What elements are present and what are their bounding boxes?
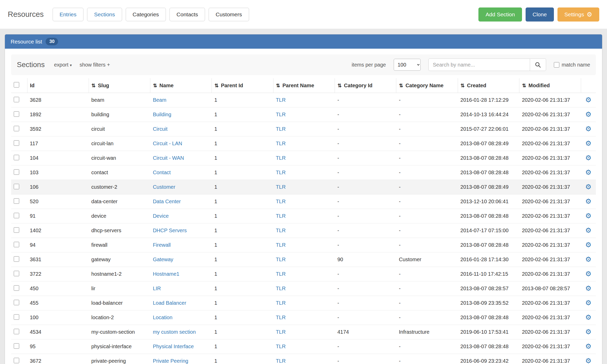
sort-icon[interactable]: ⇅ bbox=[153, 83, 157, 88]
cell-parent-name-link[interactable]: TLR bbox=[276, 358, 286, 364]
cell-parent-name-link[interactable]: TLR bbox=[276, 271, 286, 277]
cell-parent-name-link[interactable]: TLR bbox=[276, 257, 286, 262]
match-name-checkbox[interactable] bbox=[554, 62, 559, 68]
sort-icon[interactable]: ⇅ bbox=[337, 83, 342, 88]
sort-icon[interactable]: ⇅ bbox=[214, 83, 218, 88]
cell-name-link[interactable]: Hostname1 bbox=[153, 271, 179, 277]
row-checkbox[interactable] bbox=[14, 213, 19, 218]
row-checkbox[interactable] bbox=[14, 271, 19, 276]
row-checkbox[interactable] bbox=[14, 343, 19, 349]
select-all-checkbox[interactable] bbox=[14, 82, 19, 88]
row-settings-gear-icon[interactable]: ⚙ bbox=[585, 343, 591, 350]
row-checkbox[interactable] bbox=[14, 111, 19, 117]
cell-name-link[interactable]: Gateway bbox=[153, 257, 173, 262]
column-header-created[interactable]: ⇅Created bbox=[458, 78, 519, 93]
row-checkbox[interactable] bbox=[14, 300, 19, 305]
cell-name-link[interactable]: Customer bbox=[153, 184, 175, 190]
sort-icon[interactable]: ⇅ bbox=[91, 83, 96, 88]
cell-parent-name-link[interactable]: TLR bbox=[276, 300, 286, 306]
clone-button[interactable]: Clone bbox=[526, 8, 554, 21]
sort-icon[interactable]: ⇅ bbox=[522, 83, 526, 88]
cell-name-link[interactable]: Beam bbox=[153, 97, 166, 103]
cell-name-link[interactable]: DHCP Servers bbox=[153, 228, 187, 233]
cell-name-link[interactable]: Contact bbox=[153, 170, 171, 175]
cell-name-link[interactable]: Private Peering bbox=[153, 358, 188, 364]
tab-categories[interactable]: Categories bbox=[126, 8, 166, 21]
show-filters-toggle[interactable]: show filters + bbox=[80, 62, 110, 68]
export-dropdown[interactable]: export ▾ bbox=[54, 62, 72, 68]
cell-parent-name-link[interactable]: TLR bbox=[276, 242, 286, 248]
column-header-category-id[interactable]: ⇅Category Id bbox=[335, 78, 396, 93]
cell-parent-name-link[interactable]: TLR bbox=[276, 199, 286, 204]
row-settings-gear-icon[interactable]: ⚙ bbox=[585, 97, 591, 104]
cell-parent-name-link[interactable]: TLR bbox=[276, 213, 286, 219]
row-checkbox[interactable] bbox=[14, 126, 19, 131]
cell-name-link[interactable]: Building bbox=[153, 112, 171, 117]
sort-icon[interactable]: ⇅ bbox=[461, 83, 465, 88]
cell-name-link[interactable]: Physical Interface bbox=[153, 344, 194, 349]
search-button[interactable] bbox=[530, 59, 546, 71]
cell-parent-name-link[interactable]: TLR bbox=[276, 126, 286, 132]
sort-icon[interactable]: ⇅ bbox=[276, 83, 280, 88]
column-header-slug[interactable]: ⇅Slug bbox=[89, 78, 150, 93]
row-settings-gear-icon[interactable]: ⚙ bbox=[585, 227, 591, 234]
tab-customers[interactable]: Customers bbox=[209, 8, 249, 21]
cell-parent-name-link[interactable]: TLR bbox=[276, 112, 286, 117]
cell-name-link[interactable]: Load Balancer bbox=[153, 300, 186, 306]
cell-name-link[interactable]: LIR bbox=[153, 286, 161, 291]
cell-parent-name-link[interactable]: TLR bbox=[276, 141, 286, 146]
row-checkbox[interactable] bbox=[14, 358, 19, 363]
row-settings-gear-icon[interactable]: ⚙ bbox=[585, 358, 591, 364]
row-checkbox[interactable] bbox=[14, 242, 19, 247]
row-checkbox[interactable] bbox=[14, 198, 19, 204]
cell-parent-name-link[interactable]: TLR bbox=[276, 329, 286, 335]
cell-name-link[interactable]: Device bbox=[153, 213, 169, 219]
items-per-page-select[interactable]: 100 bbox=[394, 59, 421, 71]
row-checkbox[interactable] bbox=[14, 184, 19, 189]
row-settings-gear-icon[interactable]: ⚙ bbox=[585, 271, 591, 278]
row-settings-gear-icon[interactable]: ⚙ bbox=[585, 126, 591, 133]
row-checkbox[interactable] bbox=[14, 227, 19, 233]
tab-contacts[interactable]: Contacts bbox=[170, 8, 205, 21]
column-header-name[interactable]: ⇅Name bbox=[150, 78, 212, 93]
cell-parent-name-link[interactable]: TLR bbox=[276, 315, 286, 320]
row-settings-gear-icon[interactable]: ⚙ bbox=[585, 198, 591, 205]
cell-parent-name-link[interactable]: TLR bbox=[276, 155, 286, 161]
cell-name-link[interactable]: Circuit - LAN bbox=[153, 141, 182, 146]
cell-name-link[interactable]: Firewall bbox=[153, 242, 171, 248]
column-header-parent-name[interactable]: ⇅Parent Name bbox=[273, 78, 335, 93]
cell-name-link[interactable]: Circuit bbox=[153, 126, 168, 132]
match-name-option[interactable]: match name bbox=[554, 62, 590, 68]
cell-name-link[interactable]: my custom section bbox=[153, 329, 196, 335]
cell-parent-name-link[interactable]: TLR bbox=[276, 286, 286, 291]
row-checkbox[interactable] bbox=[14, 329, 19, 334]
row-settings-gear-icon[interactable]: ⚙ bbox=[585, 256, 591, 263]
row-checkbox[interactable] bbox=[14, 155, 19, 160]
row-settings-gear-icon[interactable]: ⚙ bbox=[585, 242, 591, 249]
row-settings-gear-icon[interactable]: ⚙ bbox=[585, 140, 591, 147]
row-settings-gear-icon[interactable]: ⚙ bbox=[585, 111, 591, 118]
row-settings-gear-icon[interactable]: ⚙ bbox=[585, 329, 591, 336]
cell-parent-name-link[interactable]: TLR bbox=[276, 170, 286, 175]
column-header-parent-id[interactable]: ⇅Parent Id bbox=[212, 78, 273, 93]
row-settings-gear-icon[interactable]: ⚙ bbox=[585, 314, 591, 321]
row-checkbox[interactable] bbox=[14, 256, 19, 262]
tab-sections[interactable]: Sections bbox=[87, 8, 122, 21]
search-input[interactable] bbox=[428, 59, 530, 71]
row-checkbox[interactable] bbox=[14, 314, 19, 320]
row-settings-gear-icon[interactable]: ⚙ bbox=[585, 300, 591, 307]
column-header-modified[interactable]: ⇅Modified bbox=[519, 78, 581, 93]
cell-parent-name-link[interactable]: TLR bbox=[276, 97, 286, 103]
sort-icon[interactable]: ⇅ bbox=[399, 83, 403, 88]
add-section-button[interactable]: Add Section bbox=[478, 8, 522, 21]
cell-name-link[interactable]: Circuit - WAN bbox=[153, 155, 184, 161]
column-header-id[interactable]: Id bbox=[27, 78, 89, 93]
row-settings-gear-icon[interactable]: ⚙ bbox=[585, 155, 591, 162]
settings-button[interactable]: Settings⚙ bbox=[557, 8, 599, 21]
cell-name-link[interactable]: Location bbox=[153, 315, 173, 320]
row-checkbox[interactable] bbox=[14, 285, 19, 291]
row-settings-gear-icon[interactable]: ⚙ bbox=[585, 285, 591, 292]
row-checkbox[interactable] bbox=[14, 140, 19, 146]
tab-entries[interactable]: Entries bbox=[53, 8, 83, 21]
cell-name-link[interactable]: Data Center bbox=[153, 199, 181, 204]
